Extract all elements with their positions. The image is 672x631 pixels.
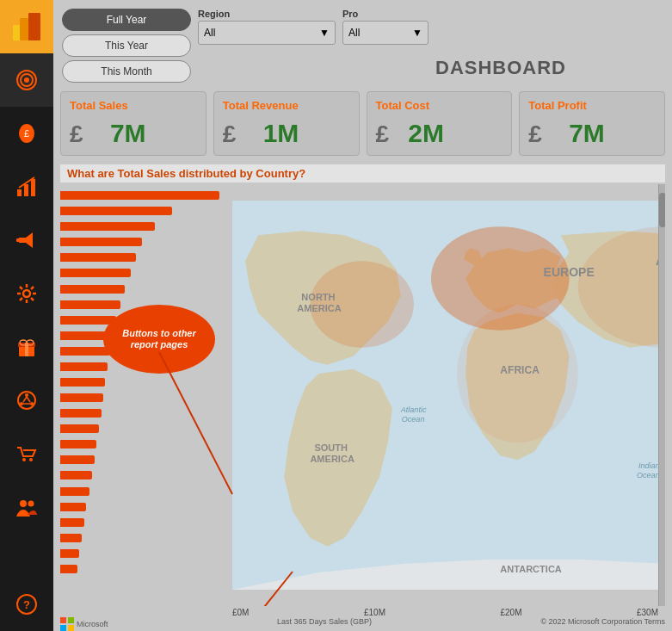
- chevron-down-icon: ▼: [319, 27, 330, 39]
- bar-row: [60, 220, 232, 232]
- product-filter-select[interactable]: All ▼: [342, 21, 428, 45]
- sidebar-item-people[interactable]: [0, 480, 53, 534]
- chart-footer: Microsoft Last 365 Days Sales (GBP) © 20…: [53, 617, 672, 631]
- svg-point-13: [23, 290, 30, 297]
- bar-row: [60, 236, 232, 248]
- footer-right: © 2022 Microsoft Corporation Terms: [540, 617, 665, 631]
- bar-fill: [60, 565, 77, 573]
- svg-text:AMERICA: AMERICA: [310, 454, 354, 464]
- svg-text:Ocean: Ocean: [637, 471, 660, 479]
- svg-line-19: [31, 298, 34, 300]
- period-buttons: Full Year This Year This Month: [62, 9, 191, 83]
- bar-fill: [60, 409, 102, 418]
- bar-fill: [60, 455, 95, 464]
- scrollbar[interactable]: [658, 184, 665, 606]
- svg-line-18: [20, 287, 22, 289]
- product-filter-label: Pro: [342, 9, 428, 19]
- map-area: EUROPE ASIA AFRICA NORTH AMERICA SOUTH A…: [60, 184, 665, 606]
- sidebar-item-settings[interactable]: [0, 267, 53, 320]
- bar-row: [60, 283, 232, 295]
- svg-text:AFRICA: AFRICA: [500, 364, 539, 376]
- svg-point-35: [29, 458, 33, 461]
- kpi-profit-value: £ 7M: [528, 119, 656, 148]
- bar-row: [60, 501, 232, 513]
- this-year-button[interactable]: This Year: [62, 34, 191, 57]
- svg-rect-62: [60, 625, 66, 631]
- sidebar-item-megaphone[interactable]: [0, 213, 53, 267]
- svg-text:?: ?: [23, 598, 30, 611]
- sidebar-item-gift[interactable]: [0, 320, 53, 374]
- svg-text:£: £: [24, 128, 29, 139]
- scrollbar-thumb[interactable]: [659, 193, 665, 227]
- bar-fill: [60, 549, 79, 558]
- svg-text:ANTARCTICA: ANTARCTICA: [500, 564, 562, 574]
- bar-fill: [60, 440, 96, 449]
- svg-rect-12: [16, 238, 21, 242]
- app-logo[interactable]: [0, 0, 53, 53]
- region-filter-select[interactable]: All ▼: [198, 21, 336, 45]
- sidebar-item-money[interactable]: £: [0, 107, 53, 160]
- this-month-button[interactable]: This Month: [62, 60, 191, 83]
- kpi-sales-title: Total Sales: [70, 99, 197, 112]
- bar-chart: [60, 184, 232, 580]
- bar-row: [60, 407, 232, 419]
- bar-fill: [60, 393, 103, 402]
- top-bar: Full Year This Year This Month Region Al…: [53, 0, 672, 86]
- bar-row: [60, 563, 232, 575]
- bar-row: [60, 517, 232, 529]
- svg-line-20: [31, 287, 34, 289]
- svg-point-36: [20, 500, 27, 507]
- kpi-profit-title: Total Profit: [528, 99, 656, 112]
- sidebar-item-network[interactable]: [0, 374, 53, 427]
- svg-rect-10: [31, 179, 35, 196]
- kpi-card-profit: Total Profit £ 7M: [519, 91, 665, 156]
- bar-fill: [60, 222, 155, 231]
- region-filter-label: Region: [198, 9, 336, 19]
- footer-center: Last 365 Days Sales (GBP): [277, 617, 372, 631]
- x-axis-labels: £0M £10M £20M £30M: [60, 606, 665, 617]
- sidebar-item-cart[interactable]: [0, 427, 53, 480]
- kpi-sales-value: £ 7M: [70, 119, 197, 148]
- bar-fill: [60, 362, 108, 371]
- bar-fill: [60, 269, 131, 277]
- sidebar-item-target[interactable]: [0, 53, 53, 107]
- svg-text:Indian: Indian: [638, 461, 660, 470]
- bar-fill: [60, 424, 99, 433]
- filters-area: Region All ▼ Pro All ▼: [198, 9, 428, 45]
- bar-row: [60, 251, 232, 263]
- callout-buttons-bubble: Buttons to other report pages: [103, 305, 215, 374]
- bar-fill: [60, 316, 116, 325]
- microsoft-logo: Microsoft: [60, 617, 108, 631]
- bar-fill: [60, 347, 110, 356]
- bar-fill: [60, 253, 136, 262]
- kpi-row: Total Sales £ 7M Total Revenue £ 1M Tota…: [53, 86, 672, 161]
- kpi-card-cost: Total Cost £ 2M: [367, 91, 513, 156]
- kpi-cost-value: £ 2M: [376, 119, 503, 148]
- sidebar-item-chart[interactable]: [0, 160, 53, 213]
- svg-point-5: [24, 77, 29, 83]
- svg-line-21: [20, 298, 22, 300]
- chart-title: What are Total Sales distributed by Coun…: [60, 164, 665, 182]
- kpi-revenue-value: £ 1M: [223, 119, 350, 148]
- bar-fill: [60, 285, 125, 294]
- dashboard-title: DASHBOARD: [435, 57, 566, 83]
- full-year-button[interactable]: Full Year: [62, 9, 191, 31]
- bar-fill: [60, 471, 92, 479]
- sidebar-item-help[interactable]: ?: [0, 578, 53, 631]
- chart-section: What are Total Sales distributed by Coun…: [53, 161, 672, 617]
- bar-row: [60, 392, 232, 404]
- svg-text:EUROPE: EUROPE: [544, 265, 595, 279]
- svg-text:Atlantic: Atlantic: [400, 405, 427, 414]
- svg-point-29: [20, 402, 23, 405]
- bar-fill: [60, 518, 84, 527]
- kpi-card-sales: Total Sales £ 7M: [60, 91, 207, 156]
- svg-point-37: [28, 501, 34, 507]
- svg-line-31: [23, 397, 27, 402]
- svg-line-32: [27, 397, 30, 402]
- bar-row: [60, 454, 232, 466]
- bar-row: [60, 376, 232, 388]
- sidebar: £: [0, 0, 53, 631]
- bar-fill: [60, 534, 82, 542]
- bar-row: [60, 205, 232, 217]
- bar-row: [60, 532, 232, 544]
